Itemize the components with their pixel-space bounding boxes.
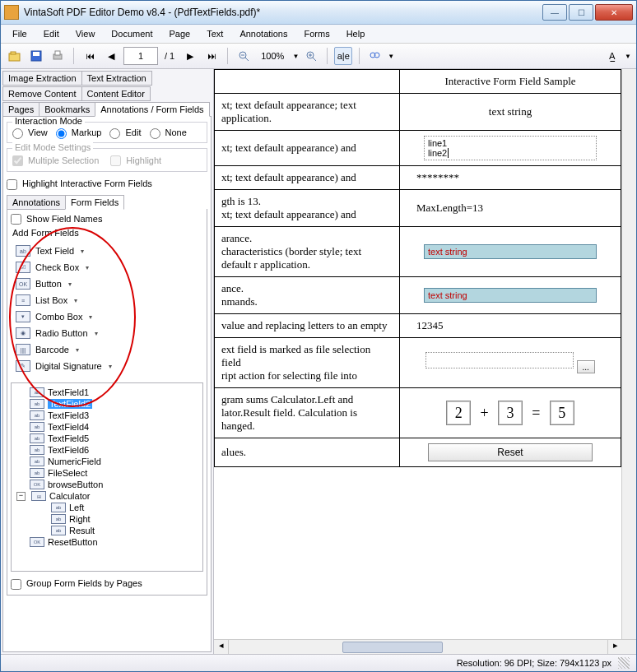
ff-radio-button[interactable]: ◉Radio Button▾ [12,325,202,341]
minimize-button[interactable]: — [542,4,567,21]
tree-left[interactable]: abLeft [13,502,201,513]
first-page-icon[interactable]: ⏮ [81,47,99,65]
tool-a-icon[interactable]: A̲ [603,47,621,65]
left-panel: Image Extraction Text Extraction Remove … [1,69,214,654]
save-icon[interactable] [27,47,45,65]
horizontal-scrollbar[interactable]: ◂ ▸ [214,639,636,654]
text-select-tool-icon[interactable]: a|e [334,47,352,65]
styled-text-field-1[interactable]: text string [424,244,597,259]
menu-file[interactable]: File [6,27,34,40]
ff-combo-box[interactable]: ▾Combo Box▾ [12,308,202,325]
tree-textfield4[interactable]: abTextField4 [13,421,201,433]
window-title: VintaSoft PDF Editor Demo v8.4 - (PdfTex… [24,7,542,18]
tab-content-editor[interactable]: Content Editor [81,86,151,101]
svg-line-10 [313,58,316,61]
tree-browsebutton[interactable]: OKbrowseButton [13,479,201,490]
tab-bookmarks[interactable]: Bookmarks [39,102,95,117]
tab-annotations-form-fields[interactable]: Annotations / Form Fields [95,102,209,117]
ff-barcode[interactable]: ||||Barcode▾ [12,341,202,358]
menu-view[interactable]: View [69,27,102,40]
interaction-mode-group: Interaction Mode View Markup Edit None [7,122,207,143]
close-button[interactable]: ✕ [595,4,633,21]
tree-fileselect[interactable]: abFileSelect [13,467,201,479]
tab-image-extraction[interactable]: Image Extraction [2,71,82,86]
collapse-icon[interactable]: − [16,492,26,501]
menu-annotations[interactable]: Annotations [233,27,294,40]
menu-forms[interactable]: Forms [298,27,337,40]
next-page-icon[interactable]: ▶ [181,47,199,65]
field-tree[interactable]: abTextField1 abTextField2 abTextField3 a… [11,382,203,572]
maxlength-sample: MaxLength=13 [400,190,621,227]
find-icon[interactable] [366,47,384,65]
password-sample: ******** [400,166,621,190]
chk-multiple-selection: Multiple Selection [12,155,99,167]
tab-text-extraction[interactable]: Text Extraction [81,71,152,86]
titlebar: VintaSoft PDF Editor Demo v8.4 - (PdfTex… [1,1,636,25]
menu-page[interactable]: Page [163,27,198,40]
ff-list-box[interactable]: ≡List Box▾ [12,292,202,308]
tree-numericfield[interactable]: abNumericField [13,456,201,467]
subtab-form-fields[interactable]: Form Fields [65,195,124,210]
prev-page-icon[interactable]: ◀ [102,47,120,65]
print-icon[interactable] [49,47,67,65]
radio-markup[interactable]: Markup [56,127,102,139]
resize-grip[interactable] [618,657,630,669]
tree-right[interactable]: abRight [13,513,201,525]
tree-textfield6[interactable]: abTextField6 [13,444,201,456]
tab-remove-content[interactable]: Remove Content [2,86,82,101]
ff-button[interactable]: OKButton▾ [12,276,202,292]
calc-right[interactable]: 3 [498,401,523,425]
reset-button[interactable]: Reset [428,443,593,461]
menu-document[interactable]: Document [105,27,159,40]
sample-text-string: text string [400,94,621,131]
tree-textfield5[interactable]: abTextField5 [13,433,201,444]
page-number-input[interactable] [123,47,158,65]
app-icon [4,5,19,20]
vertical-scrollbar[interactable] [621,69,636,639]
multiline-text-field[interactable]: line1line2 [424,136,597,160]
zoom-out-icon[interactable] [235,47,253,65]
tree-textfield3[interactable]: abTextField3 [13,410,201,421]
tree-textfield2[interactable]: abTextField2 [13,398,201,410]
menu-help[interactable]: Help [340,27,372,40]
maximize-button[interactable]: ☐ [569,4,593,21]
subtab-annotations[interactable]: Annotations [7,195,66,210]
toolbar: ⏮ ◀ / 1 ▶ ⏭ 100%▼ a|e ▼ A̲▼ [1,44,636,69]
status-text: Resolution: 96 DPI; Size: 794x1123 px [457,658,611,668]
col-desc-header [215,70,400,94]
chk-highlight-iff[interactable]: Highlight Interactive Form Fields [7,178,152,190]
styled-text-field-2[interactable]: text string [424,288,597,303]
chk-group-by-pages[interactable]: Group Form Fields by Pages [11,578,142,590]
svg-rect-5 [55,51,60,55]
statusbar: Resolution: 96 DPI; Size: 794x1123 px [1,654,636,671]
chk-highlight: Highlight [110,155,161,167]
tab-pages[interactable]: Pages [2,102,40,117]
tree-calculator[interactable]: −⊞Calculator [13,490,201,502]
svg-line-7 [245,58,249,61]
file-select-field[interactable] [425,352,574,368]
menubar: File Edit View Document Page Text Annota… [1,25,636,44]
ff-check-box[interactable]: ☑Check Box▾ [12,259,202,276]
numeric-sample: 12345 [400,314,621,338]
zoom-in-icon[interactable] [302,47,320,65]
radio-none[interactable]: None [150,127,187,139]
radio-edit[interactable]: Edit [109,127,141,139]
svg-rect-3 [33,52,40,56]
browse-button[interactable]: ... [577,360,595,373]
chk-show-field-names[interactable]: Show Field Names [11,214,102,225]
tree-resetbutton[interactable]: OKResetButton [13,536,201,548]
menu-edit[interactable]: Edit [37,27,66,40]
svg-rect-1 [11,52,16,54]
tree-result[interactable]: abResult [13,525,201,536]
open-icon[interactable] [6,47,24,65]
calc-left[interactable]: 2 [446,401,471,425]
menu-text[interactable]: Text [200,27,230,40]
ff-digital-signature[interactable]: ✎Digital Signature▾ [12,358,202,374]
radio-view[interactable]: View [12,127,48,139]
zoom-value[interactable]: 100% [256,51,289,61]
tree-textfield1[interactable]: abTextField1 [13,387,201,398]
col-sample-header: Interactive Form Field Sample [400,70,621,94]
last-page-icon[interactable]: ⏭ [202,47,221,65]
ff-text-field[interactable]: abText Field▾ [12,243,202,259]
document-view[interactable]: Interactive Form Field Sample xt; text d… [214,69,621,639]
